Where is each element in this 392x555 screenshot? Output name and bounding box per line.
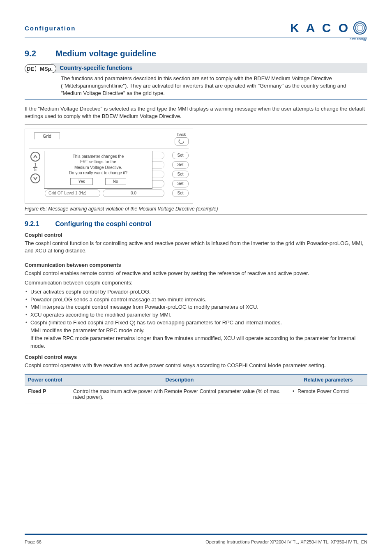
country-specific-body: The functions and paramaters described i… <box>25 73 367 99</box>
th-power-control: Power control <box>25 374 70 386</box>
country-specific-title: Country-specific functions <box>51 63 367 73</box>
bullet-item: MMI interprets the cosphi control messag… <box>25 303 367 311</box>
set-button[interactable]: Set <box>172 190 189 197</box>
page-indicator: 1 5 <box>33 163 37 172</box>
mmi-list: R R G Grid UV Level 1 (%)0 Grid OF Level… <box>45 152 169 199</box>
divider <box>25 124 367 125</box>
back-arrow-icon <box>178 139 185 144</box>
page-footer: Page 66 Operating Instructions Powador X… <box>25 539 367 544</box>
up-button[interactable] <box>30 152 40 162</box>
dialog-line1: This parameter changes the <box>48 154 149 160</box>
bullet5-line3: If the relative RPC mode parameter remai… <box>30 335 367 350</box>
mmi-screenshot: Grid back 1 5 R <box>25 129 193 204</box>
heading-9-2-1: 9.2.1 Configuring the cosphi control <box>25 220 367 228</box>
bullet5-line2: MMI modifies the parameter for RPC mode … <box>30 327 367 335</box>
list-row: Grid OF Level 1 (Hz)0.0 <box>45 190 169 197</box>
down-button[interactable] <box>30 173 40 183</box>
footer-rule <box>25 534 367 535</box>
mmi-body: 1 5 R R G Grid UV Level 1 (%)0 Grid OF L… <box>29 152 189 199</box>
bullet5-line1: Cosphi (limited to Fixed cosphi and Fixe… <box>30 319 282 326</box>
heading-9-2: 9.2 Medium voltage guideline <box>25 49 367 58</box>
caret-up-icon <box>33 154 38 159</box>
logo-text: K A C O <box>290 21 350 35</box>
dialog-line4: Do you really want to change it? <box>48 170 149 176</box>
set-button[interactable]: Set <box>172 161 189 169</box>
pill-msp: MSp. <box>40 66 53 72</box>
set-button[interactable]: Set <box>172 171 189 178</box>
row5-label: Grid OF Level 1 (Hz) <box>45 190 100 197</box>
back-area: back <box>175 132 189 146</box>
set-button[interactable]: Set <box>172 152 189 159</box>
logo: K A C O new energy. <box>290 21 367 35</box>
dialog-no-button[interactable]: No <box>105 178 126 185</box>
dialog-line2: FRT settings for the <box>48 159 149 165</box>
ways-para: Cosphi control operates with five reacti… <box>25 362 367 369</box>
left-controls: 1 5 <box>29 152 42 199</box>
logo-swirl-icon <box>353 21 367 35</box>
pill-de: DE <box>27 66 34 72</box>
back-label: back <box>175 132 189 137</box>
communication-bullets: User activates cosphi control by Powador… <box>25 288 367 350</box>
power-control-table: Power control Description Relative param… <box>25 374 367 403</box>
cosphi-control-heading: Cosphi control <box>25 232 367 238</box>
pill-divider-icon <box>35 66 39 72</box>
back-button[interactable] <box>175 137 189 146</box>
th-description: Description <box>70 374 289 386</box>
page-total: 5 <box>33 168 37 172</box>
heading-9-2-number: 9.2 <box>25 49 53 58</box>
cell-description: Control the maximum active power with Re… <box>70 385 289 403</box>
divider <box>25 214 367 215</box>
bullet-item: User activates cosphi control by Powador… <box>25 288 367 296</box>
footer-doc-title: Operating Instructions Powador XP200-HV … <box>205 539 367 544</box>
param-item: Remote Power Control <box>293 388 364 394</box>
heading-9-2-title: Medium voltage guideline <box>56 49 156 58</box>
heading-9-2-1-number: 9.2.1 <box>25 220 53 228</box>
footer-page: Page 66 <box>25 539 42 544</box>
figure-65-caption: Figure 65: Message warning against viola… <box>25 206 367 212</box>
logo-subtext: new energy. <box>350 37 367 41</box>
communication-heading: Communication between components <box>25 262 367 268</box>
communication-p2: Communication between cosphi components: <box>25 279 367 287</box>
dialog-line3: Medium Voltage Directive. <box>48 165 149 171</box>
para-after-infobox: If the "Medium Voltage Directive" is sel… <box>25 105 367 120</box>
set-column: Set Set Set Set Set <box>172 152 189 199</box>
heading-9-2-1-title: Configuring the cosphi control <box>55 220 151 227</box>
cell-relative-params: Remote Power Control <box>289 385 367 403</box>
de-msp-pill: DE MSp. <box>25 64 56 73</box>
communication-p1: Cosphi control enables remote control of… <box>25 270 367 277</box>
country-specific-box: DE MSp. Country-specific functions The f… <box>25 63 367 99</box>
country-specific-header: DE MSp. Country-specific functions <box>25 63 367 73</box>
dialog-yes-button[interactable]: Yes <box>70 178 92 185</box>
th-relative-params: Relative parameters <box>289 374 367 386</box>
ways-heading: Cosphi control ways <box>25 354 367 360</box>
cosphi-control-para: The cosphi control function is for contr… <box>25 240 367 254</box>
cell-power-control: Fixed P <box>25 385 70 403</box>
mmi-topbar: Grid back <box>29 132 189 148</box>
bullet-item: Powador-proLOG sends a cosphi control ma… <box>25 296 367 304</box>
bullet-item: Cosphi (limited to Fixed cosphi and Fixe… <box>25 319 367 350</box>
tab-grid[interactable]: Grid <box>34 132 60 139</box>
row5-value: 0.0 <box>103 190 164 197</box>
section-name: Configuration <box>25 25 76 32</box>
table-row: Fixed P Control the maximum active power… <box>25 385 367 403</box>
confirm-dialog: This parameter changes the FRT settings … <box>44 151 152 189</box>
page-header: Configuration K A C O new energy. <box>25 21 367 37</box>
bullet-item: XCU operates according to the modified p… <box>25 311 367 319</box>
set-button[interactable]: Set <box>172 180 189 187</box>
caret-down-icon <box>33 176 38 181</box>
